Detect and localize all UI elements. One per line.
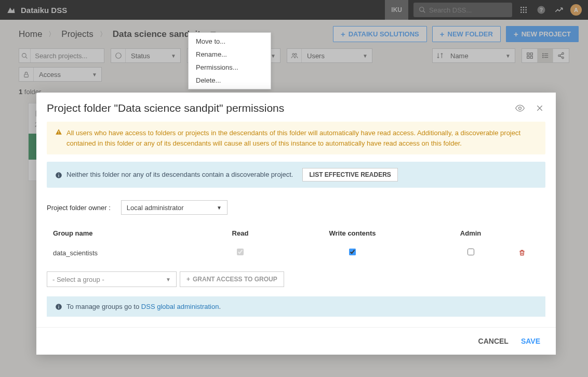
- alert-text: All users who have access to folders or …: [66, 128, 537, 148]
- table-row: data_scientists: [48, 242, 544, 263]
- admin-cell: [429, 242, 512, 263]
- col-group: Group name: [48, 225, 204, 241]
- svg-rect-41: [58, 173, 59, 174]
- menu-move-to[interactable]: Move to...: [189, 35, 271, 48]
- warning-icon: [55, 128, 62, 136]
- read-cell: [205, 242, 276, 263]
- svg-rect-40: [58, 174, 59, 177]
- read-checkbox: [237, 249, 244, 255]
- owner-select[interactable]: Local administrator ▼: [121, 200, 228, 215]
- menu-rename[interactable]: Rename...: [189, 48, 271, 61]
- folder-context-menu: Move to... Rename... Permissions... Dele…: [188, 32, 271, 89]
- menu-delete[interactable]: Delete...: [189, 74, 271, 87]
- col-read: Read: [205, 225, 276, 241]
- eye-icon[interactable]: [514, 102, 526, 114]
- delete-cell: [513, 242, 544, 263]
- global-admin-link[interactable]: DSS global administration: [141, 303, 219, 310]
- col-admin: Admin: [429, 225, 512, 241]
- button-label: GRANT ACCESS TO GROUP: [193, 276, 277, 283]
- info-icon: [55, 303, 62, 310]
- manage-prefix: To manage groups go to: [66, 303, 141, 310]
- alert-warning: All users who have access to folders or …: [47, 122, 545, 154]
- alert-text: Neither this folder nor any of its desce…: [66, 170, 293, 180]
- alert-info: Neither this folder nor any of its desce…: [47, 162, 545, 188]
- modal-footer: CANCEL SAVE: [36, 327, 556, 355]
- menu-permissions[interactable]: Permissions...: [189, 61, 271, 74]
- manage-suffix: .: [219, 303, 221, 310]
- manage-groups-note: To manage groups go to DSS global admini…: [47, 296, 545, 317]
- manage-text: To manage groups go to DSS global admini…: [66, 303, 221, 310]
- close-icon[interactable]: [534, 102, 545, 114]
- owner-value: Local administrator: [127, 204, 184, 212]
- cancel-button[interactable]: CANCEL: [478, 337, 509, 345]
- owner-row: Project folder owner : Local administrat…: [47, 195, 545, 224]
- svg-rect-43: [58, 306, 59, 308]
- col-write: Write contents: [277, 225, 428, 241]
- trash-icon[interactable]: [518, 249, 539, 256]
- group-select[interactable]: - Select a group - ▼: [47, 271, 177, 287]
- permissions-table: Group name Read Write contents Admin dat…: [47, 224, 545, 264]
- group-cell: data_scientists: [48, 242, 204, 263]
- plus-icon: +: [186, 276, 190, 283]
- info-icon: [55, 172, 62, 179]
- save-button[interactable]: SAVE: [521, 337, 540, 345]
- modal-body: All users who have access to folders or …: [36, 122, 556, 327]
- owner-label: Project folder owner :: [47, 204, 111, 212]
- modal-title: Project folder "Data science sandpit" pe…: [47, 102, 506, 114]
- caret-down-icon: ▼: [217, 205, 222, 211]
- svg-rect-38: [58, 133, 59, 134]
- admin-checkbox[interactable]: [467, 249, 474, 255]
- add-group-row: - Select a group - ▼ + GRANT ACCESS TO G…: [47, 264, 545, 296]
- svg-rect-44: [58, 305, 59, 305]
- permissions-modal: Project folder "Data science sandpit" pe…: [36, 93, 556, 355]
- modal-header: Project folder "Data science sandpit" pe…: [36, 93, 556, 122]
- svg-point-34: [519, 107, 522, 110]
- group-placeholder: - Select a group -: [52, 276, 104, 283]
- write-checkbox[interactable]: [349, 249, 356, 255]
- list-effective-readers-button[interactable]: LIST EFFECTIVE READERS: [302, 168, 397, 181]
- grant-access-button[interactable]: + GRANT ACCESS TO GROUP: [180, 271, 284, 287]
- col-actions: [513, 225, 544, 241]
- caret-down-icon: ▼: [166, 277, 171, 282]
- write-cell: [277, 242, 428, 263]
- svg-rect-37: [58, 131, 59, 133]
